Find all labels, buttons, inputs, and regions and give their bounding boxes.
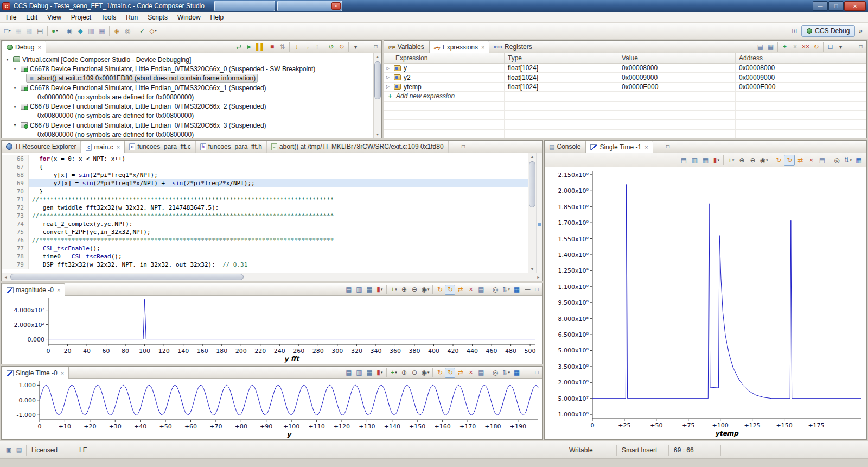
new-file-icon[interactable]: □▾ (2, 26, 13, 36)
add-graph-icon[interactable]: +▾ (388, 368, 399, 378)
zoom-mode-icon[interactable]: ◉▾ (758, 155, 769, 166)
code-line[interactable]: 72 gen_twiddle_fft32x32(w_32x32, NPT, 21… (2, 204, 528, 212)
menu-window[interactable]: Window (173, 12, 206, 22)
maximize-view-icon[interactable]: □ (856, 42, 865, 52)
tab-magnitude-0[interactable]: magnitude -0 (2, 283, 65, 296)
expander-icon[interactable] (386, 66, 393, 71)
step-return-icon[interactable]: ↑ (312, 42, 322, 52)
target-config-icon[interactable]: ◉ (64, 26, 75, 36)
collapse-icon[interactable] (11, 104, 18, 109)
code-line[interactable]: 79 DSP_fft32x32(w_32x32, NPT, in_32x32, … (2, 261, 528, 269)
menu-help[interactable]: Help (206, 12, 229, 22)
license-icon[interactable] (4, 446, 13, 455)
code-line[interactable]: 67 { (2, 163, 528, 171)
debug-launch-icon[interactable]: ●▾ (49, 26, 60, 36)
refresh-icon[interactable]: ↻ (811, 42, 821, 52)
minimize-view-icon[interactable]: — (654, 142, 663, 152)
zoom-mode-icon[interactable]: ◉▾ (419, 368, 431, 378)
layout-icon[interactable]: ▦ (765, 42, 776, 52)
export-data-icon[interactable]: ⇄ (795, 155, 806, 166)
graph-properties-icon[interactable]: ▦ (512, 368, 522, 378)
scroll-left-icon[interactable] (2, 273, 10, 281)
print-icon[interactable]: ▤ (35, 26, 46, 36)
collapse-all-icon[interactable]: ⊟ (825, 42, 835, 52)
single-time-1-chart[interactable]: 2.150x10⁹2.000x10⁹1.850x10⁹1.700x10⁹1.55… (545, 167, 866, 439)
registers-view-icon[interactable]: ▦ (97, 26, 107, 36)
scroll-up-icon[interactable] (528, 153, 536, 160)
magnitude-chart[interactable]: 4.000x10²2.000x10²0.00002040608010012014… (2, 296, 542, 364)
minimize-view-icon[interactable]: — (362, 42, 371, 52)
collapse-icon[interactable] (11, 123, 18, 128)
tab-variables[interactable]: Variables (384, 41, 429, 53)
step-into-icon[interactable]: ↓ (291, 42, 302, 52)
debug-tree-row[interactable]: 0x00800000 (no symbols are defined for 0… (2, 130, 373, 138)
highlight-icon[interactable]: ◈ (111, 26, 122, 36)
ccs-debug-perspective-button[interactable]: CCS Debug (801, 25, 855, 37)
continuous-refresh-icon[interactable]: ↻ (445, 285, 455, 295)
remove-all-icon[interactable]: ×× (800, 42, 811, 52)
remove-expression-icon[interactable]: × (790, 42, 800, 52)
column-header-expression[interactable]: Expression (384, 53, 505, 63)
collapse-icon[interactable] (4, 57, 11, 62)
flag-icon[interactable]: ◆ (75, 26, 86, 36)
column-header-address[interactable]: Address (736, 53, 866, 63)
legend-icon[interactable]: ▤ (476, 368, 486, 378)
reset-icon[interactable]: × (465, 368, 476, 378)
menu-view[interactable]: View (42, 12, 66, 22)
close-button[interactable] (844, 1, 866, 11)
zoom-in-icon[interactable]: ⊕ (399, 285, 409, 295)
maximize-view-icon[interactable]: □ (532, 368, 541, 377)
scroll-thumb[interactable] (374, 61, 381, 99)
debug-tree-row[interactable]: Virtual.ccxml [Code Composer Studio - De… (2, 55, 373, 64)
code-line[interactable]: 69 y2[x] = sin(2*pi*freq1*x/NPT) + sin(2… (2, 179, 528, 187)
add-expression-row[interactable]: Add new expression (384, 92, 866, 101)
debug-tree-row[interactable]: 0x00800000 (no symbols are defined for 0… (2, 111, 373, 121)
refresh-icon[interactable]: ↻ (435, 368, 445, 378)
continuous-refresh-icon[interactable]: ↻ (445, 368, 455, 378)
scroll-down-icon[interactable] (528, 266, 536, 273)
pin-icon[interactable]: ◎ (122, 26, 133, 36)
expression-row[interactable]: ytempfloat[1024]0x0000E0000x0000E000 (384, 83, 866, 92)
connect-icon[interactable]: ⇄ (234, 42, 244, 52)
wand-icon[interactable]: ◇▾ (148, 26, 158, 36)
close-icon[interactable] (481, 44, 484, 51)
minimize-view-icon[interactable]: — (847, 42, 856, 52)
zoom-out-icon[interactable]: ⊖ (409, 368, 419, 378)
column-header-value[interactable]: Value (618, 53, 736, 63)
overview-ruler[interactable] (536, 153, 542, 273)
view-menu-icon[interactable]: ▾ (835, 42, 846, 52)
continuous-refresh-icon[interactable]: ↻ (784, 155, 795, 166)
toolbar-overflow-icon[interactable] (857, 27, 865, 35)
memory-view-icon[interactable]: ▥ (86, 26, 97, 36)
resume-icon[interactable]: ► (244, 42, 254, 52)
menu-tools[interactable]: Tools (96, 12, 121, 22)
data-properties-icon[interactable]: ▤ (343, 368, 354, 378)
single-time-0-chart[interactable]: 1.0000.000-1.0000+10+20+30+40+50+60+70+8… (2, 379, 542, 439)
menu-run[interactable]: Run (121, 12, 143, 22)
tab-single-time-1[interactable]: Single Time -1 (585, 141, 653, 153)
code-line[interactable]: 70 } (2, 187, 528, 195)
minimize-view-icon[interactable]: — (523, 368, 532, 377)
close-icon[interactable] (644, 144, 648, 150)
code-line[interactable]: 75 convert_F2PF(yc,in_32x32,NPT); (2, 228, 528, 236)
tab-funcoes-para-fft-h[interactable]: funcoes_para_fft.h (196, 141, 267, 153)
tab-registers[interactable]: Registers (489, 41, 537, 53)
probe-icon[interactable]: ✓ (137, 26, 148, 36)
magnitude-icon[interactable]: ▥ (689, 155, 700, 166)
filter-icon[interactable]: ⇅▾ (500, 285, 512, 295)
minimize-button[interactable] (813, 1, 828, 11)
minimize-view-icon[interactable]: — (450, 142, 459, 152)
zoom-out-icon[interactable]: ⊖ (747, 155, 758, 166)
add-graph-icon[interactable]: +▾ (388, 285, 399, 295)
zoom-out-icon[interactable]: ⊖ (409, 285, 419, 295)
code-line[interactable]: 68 y[x] = sin(2*pi*freq1*x/NPT); (2, 171, 528, 179)
scroll-up-icon[interactable] (374, 53, 381, 60)
expression-row[interactable]: y2float[1024]0x000090000x00009000 (384, 73, 866, 82)
add-graph-icon[interactable]: +▾ (725, 155, 736, 166)
close-icon[interactable] (331, 2, 341, 10)
tab-main-c[interactable]: main.c (81, 141, 125, 153)
show-types-icon[interactable]: ▤ (755, 42, 765, 52)
debug-tree-row[interactable]: abort() at exit.c:109 0x0001FD80 (abort … (2, 74, 373, 83)
code-line[interactable]: 73//************************************… (2, 212, 528, 220)
search-icon[interactable]: ◎ (831, 155, 842, 166)
